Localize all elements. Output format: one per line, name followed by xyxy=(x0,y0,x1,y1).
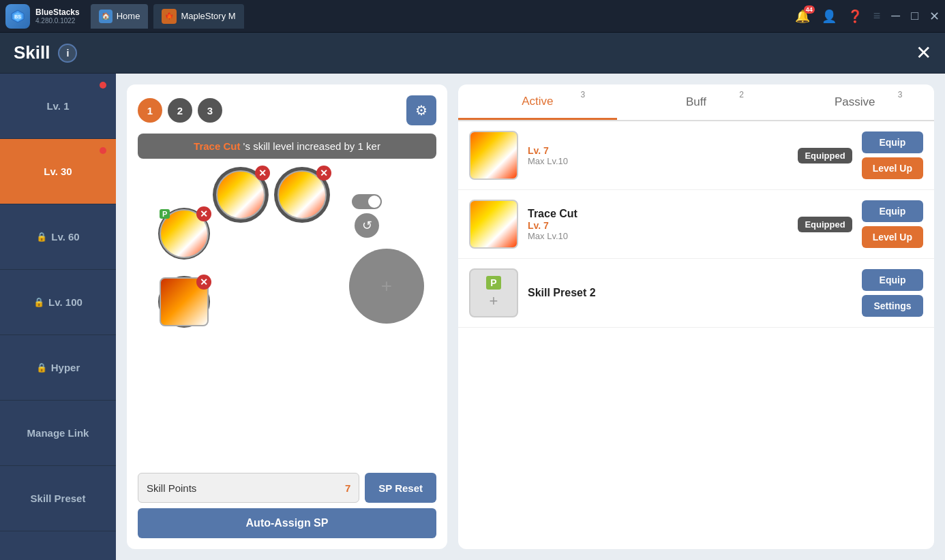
header-close-button[interactable]: ✕ xyxy=(916,44,931,63)
tab-buff-label: Buff xyxy=(686,95,706,109)
slot-1-remove-badge[interactable]: ✕ xyxy=(255,166,270,181)
skill-slot-1[interactable]: ✕ xyxy=(213,167,269,223)
notif-suffix: ker xyxy=(366,140,380,152)
bottom-controls: Skill Points 7 SP Reset Auto-Assign SP xyxy=(138,473,436,538)
home-tab-label: Home xyxy=(117,11,140,21)
skill-area: 1 2 3 ⚙ Trace Cut xyxy=(127,84,447,549)
skill-header: Skill i ✕ xyxy=(0,33,945,74)
lv1-dot xyxy=(100,82,106,89)
skill-points-label: Skill Points xyxy=(147,482,196,494)
skill-list-panel: Active 3 Buff 2 Passive 3 xyxy=(458,84,934,549)
skill-slot-p[interactable]: ✕ P xyxy=(158,208,210,260)
sp-reset-label: SP Reset xyxy=(378,482,423,494)
bs-app-name: BlueStacks xyxy=(35,7,80,17)
info-icon-label: i xyxy=(67,48,70,59)
tab-buff-count: 2 xyxy=(739,90,744,99)
add-skill-slot-button[interactable]: + xyxy=(349,249,424,324)
notif-skill-name: Trace Cut xyxy=(194,140,240,152)
info-icon[interactable]: i xyxy=(58,44,77,63)
slot-2-remove-badge[interactable]: ✕ xyxy=(316,166,331,181)
skill-1-equip-button[interactable]: Equip xyxy=(862,131,923,153)
skill-toggle[interactable] xyxy=(352,194,382,209)
skill-preset-label: Skill Preset xyxy=(31,493,86,504)
title-bar-right: 🔔 👤 ❓ ≡ ─ □ ✕ xyxy=(794,8,940,25)
sidebar-item-hyper[interactable]: 🔒 Hyper xyxy=(0,335,116,401)
profile-icon[interactable]: 👤 xyxy=(822,9,837,24)
skill-slot-bottom[interactable]: ✕ xyxy=(158,276,210,328)
lv100-lock-icon: 🔒 xyxy=(33,297,44,307)
tab-buff[interactable]: Buff 2 xyxy=(617,84,776,120)
sidebar: Lv. 1 Lv. 30 🔒 Lv. 60 🔒 Lv. 100 🔒 Hyper … xyxy=(0,74,116,560)
slot-p-remove-badge[interactable]: ✕ xyxy=(196,206,211,221)
maximize-button[interactable]: □ xyxy=(911,9,918,23)
app-window: Skill i ✕ Lv. 1 Lv. 30 🔒 Lv. 60 🔒 Lv. 10… xyxy=(0,33,945,560)
sidebar-item-lv1[interactable]: Lv. 1 xyxy=(0,74,116,139)
main-content: Lv. 1 Lv. 30 🔒 Lv. 60 🔒 Lv. 100 🔒 Hyper … xyxy=(0,74,945,560)
page-title: Skill xyxy=(14,42,50,63)
bs-version: 4.280.0.1022 xyxy=(35,17,80,25)
gear-icon: ⚙ xyxy=(415,102,427,119)
slots-grid: ✕ ✕ ✕ P xyxy=(138,167,436,378)
trace-cut-equipped-badge: Equipped xyxy=(798,217,852,232)
tab-passive-label: Passive xyxy=(835,95,875,109)
trace-cut-level: Lv. 7 xyxy=(528,220,788,231)
skill-1-max-lv: Max Lv.10 xyxy=(528,156,788,166)
auto-assign-label: Auto-Assign SP xyxy=(246,517,329,529)
minimize-button[interactable]: ─ xyxy=(891,9,900,23)
preset-3-button[interactable]: 3 xyxy=(198,98,222,123)
separator: ≡ xyxy=(873,9,881,23)
svg-text:BS: BS xyxy=(14,14,21,19)
skill-1-equipped-badge: Equipped xyxy=(798,148,852,164)
sidebar-item-skill-preset[interactable]: Skill Preset xyxy=(0,466,116,531)
notification-bell[interactable]: 🔔 xyxy=(794,8,811,25)
maplestory-tab[interactable]: 🍁 MapleStory M xyxy=(153,4,243,29)
home-tab[interactable]: 🏠 Home xyxy=(91,4,149,29)
preset2-settings-button[interactable]: Settings xyxy=(862,295,923,317)
preset-1-button[interactable]: 1 xyxy=(138,98,162,123)
preset2-equip-button[interactable]: Equip xyxy=(862,269,923,291)
lv30-dot xyxy=(100,147,106,154)
preset-2-button[interactable]: 2 xyxy=(168,98,192,123)
sidebar-item-lv100[interactable]: 🔒 Lv. 100 xyxy=(0,270,116,335)
skill-points-value: 7 xyxy=(345,482,350,494)
help-icon[interactable]: ❓ xyxy=(847,9,862,24)
refresh-icon: ↺ xyxy=(362,218,372,233)
hyper-lock-icon: 🔒 xyxy=(36,362,47,373)
bs-info: BlueStacks 4.280.0.1022 xyxy=(35,7,80,25)
notif-message: 's skill level increased by 1 xyxy=(243,140,363,152)
skill-slot-2[interactable]: ✕ xyxy=(274,167,330,223)
skill-entry-trace-cut: Trace Cut Lv. 7 Max Lv.10 Equipped Equip… xyxy=(458,190,934,259)
skill-thumb-trace-cut xyxy=(469,200,518,249)
trace-cut-max-lv: Max Lv.10 xyxy=(528,231,788,241)
close-button[interactable]: ✕ xyxy=(929,9,940,24)
preset2-plus-icon: + xyxy=(490,292,498,310)
bluestacks-logo: BS xyxy=(5,4,30,29)
trace-cut-equip-button[interactable]: Equip xyxy=(862,200,923,222)
sidebar-item-manage-link[interactable]: Manage Link xyxy=(0,401,116,466)
sp-row: Skill Points 7 SP Reset xyxy=(138,473,436,503)
tab-passive[interactable]: Passive 3 xyxy=(775,84,934,120)
preset-1-label: 1 xyxy=(147,105,153,116)
p-badge: P xyxy=(160,209,170,219)
trace-cut-levelup-button[interactable]: Level Up xyxy=(862,226,923,248)
auto-assign-sp-button[interactable]: Auto-Assign SP xyxy=(138,508,436,538)
sidebar-lv100-label: Lv. 100 xyxy=(48,296,82,308)
sidebar-item-lv30[interactable]: Lv. 30 xyxy=(0,139,116,204)
skill-thumb-1 xyxy=(469,131,518,180)
gear-settings-button[interactable]: ⚙ xyxy=(406,95,436,125)
right-panel: 1 2 3 ⚙ Trace Cut xyxy=(116,74,945,560)
tab-active[interactable]: Active 3 xyxy=(458,84,617,120)
trace-cut-name: Trace Cut xyxy=(528,208,788,220)
tab-active-label: Active xyxy=(522,95,553,108)
skill-points-display: Skill Points 7 xyxy=(138,473,359,503)
sidebar-item-lv60[interactable]: 🔒 Lv. 60 xyxy=(0,204,116,270)
preset2-buttons: Equip Settings xyxy=(862,269,923,317)
tab-passive-count: 3 xyxy=(898,90,903,99)
skill-1-levelup-button[interactable]: Level Up xyxy=(862,157,923,179)
refresh-button[interactable]: ↺ xyxy=(355,213,379,238)
sp-reset-button[interactable]: SP Reset xyxy=(365,473,436,503)
preset-2-label: 2 xyxy=(177,105,183,116)
maple-tab-label: MapleStory M xyxy=(181,11,235,21)
slot-bottom-remove-badge[interactable]: ✕ xyxy=(196,275,211,290)
skill-info-trace-cut: Trace Cut Lv. 7 Max Lv.10 xyxy=(528,208,788,241)
